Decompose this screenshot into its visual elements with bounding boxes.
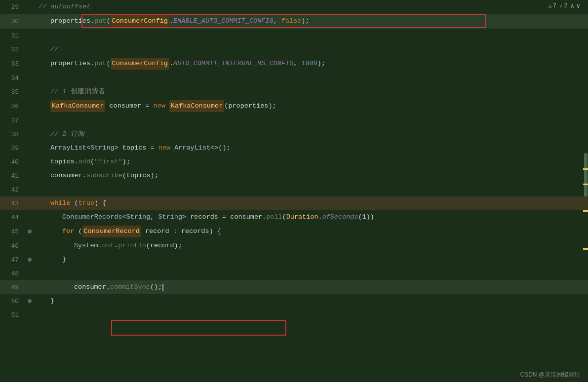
gutter-43: [25, 196, 35, 210]
line-34: 34: [0, 71, 588, 85]
line-49: 49 consumer.commitSync();: [0, 280, 588, 294]
line-number-38: 38: [0, 127, 25, 141]
line-content-33: properties.put(ConsumerConfig.AUTO_COMMI…: [35, 56, 588, 71]
line-50: 50 }: [0, 294, 588, 308]
line-42: 42: [0, 183, 588, 196]
up-arrow[interactable]: ∧: [570, 2, 574, 10]
line-number-51: 51: [0, 308, 25, 322]
gutter-41: [25, 169, 35, 183]
line-44: 44 ConsumerRecords<String, String> recor…: [0, 210, 588, 224]
gutter-38: [25, 127, 35, 141]
line-number-36: 36: [0, 99, 25, 114]
line-number-43: 43: [0, 196, 25, 210]
line-content-47: }: [35, 253, 588, 267]
gutter-34: [25, 71, 35, 85]
line-content-42: [35, 183, 588, 196]
line-36: 36 KafkaConsumer consumer = new KafkaCon…: [0, 99, 588, 114]
line-46: 46 System.out.println(record);: [0, 239, 588, 253]
line-number-41: 41: [0, 169, 25, 183]
line-number-47: 47: [0, 253, 25, 267]
gutter-35: [25, 85, 35, 99]
line-content-34: [35, 71, 588, 85]
line-45: 45 for (ConsumerRecord record : records)…: [0, 224, 588, 239]
line-content-38: // 2 订阅: [35, 127, 588, 141]
gutter-30: [25, 14, 35, 29]
gutter-33: [25, 56, 35, 71]
line-37: 37: [0, 114, 588, 127]
nav-arrows[interactable]: ∧ ∨: [570, 2, 580, 10]
line-number-33: 33: [0, 56, 25, 71]
gutter-44: [25, 210, 35, 224]
breakpoint-47[interactable]: [28, 258, 32, 262]
line-number-37: 37: [0, 114, 25, 127]
gutter-47: [25, 253, 35, 267]
text-cursor: [162, 284, 163, 291]
line-number-29: 29: [0, 0, 25, 14]
check-icon: ✓: [559, 2, 563, 10]
line-number-45: 45: [0, 224, 25, 239]
code-consumerconfig-30: ConsumerConfig: [111, 15, 169, 27]
line-content-31: [35, 29, 588, 42]
gutter-37: [25, 114, 35, 127]
line-content-48: [35, 267, 588, 280]
line-number-49: 49: [0, 280, 25, 294]
gutter-39: [25, 141, 35, 155]
line-number-50: 50: [0, 294, 25, 308]
line-content-41: consumer.subscribe(topics);: [35, 169, 588, 183]
line-29: 29 // autooffset: [0, 0, 588, 14]
line-number-31: 31: [0, 29, 25, 42]
comment-29: // autooffset: [39, 1, 90, 12]
line-content-49: consumer.commitSync();: [35, 280, 588, 294]
line-content-50: }: [35, 294, 588, 308]
check-count: 2: [564, 2, 567, 9]
gutter-31: [25, 29, 35, 42]
line-content-32: //: [35, 42, 588, 56]
line-content-43: while (true) {: [35, 196, 588, 210]
line-31: 31: [0, 29, 588, 42]
line-number-34: 34: [0, 71, 25, 85]
gutter-50: [25, 294, 35, 308]
gutter-42: [25, 183, 35, 196]
line-51: 51: [0, 308, 588, 322]
breakpoint-45[interactable]: [28, 229, 32, 233]
check-badge: ✓ 2: [559, 2, 567, 10]
line-content-44: ConsumerRecords<String, String> records …: [35, 210, 588, 224]
line-38: 38 // 2 订阅: [0, 127, 588, 141]
line-content-29: // autooffset: [35, 0, 588, 14]
gutter-46: [25, 239, 35, 253]
line-number-39: 39: [0, 141, 25, 155]
line-41: 41 consumer.subscribe(topics);: [0, 169, 588, 183]
gutter-40: [25, 155, 35, 169]
warning-icon: ⚠: [548, 2, 551, 10]
line-number-48: 48: [0, 267, 25, 280]
down-arrow[interactable]: ∨: [576, 2, 580, 10]
line-35: 35 // 1 创建消费者: [0, 85, 588, 99]
gutter-48: [25, 267, 35, 280]
top-bar: ⚠ 7 ✓ 2 ∧ ∨: [548, 2, 580, 10]
line-43: 43 while (true) {: [0, 196, 588, 210]
gutter-36: [25, 99, 35, 114]
code-content: 29 // autooffset 30 properties.put(Consu…: [0, 0, 588, 382]
line-30: 30 properties.put(ConsumerConfig.ENABLE_…: [0, 14, 588, 29]
line-content-36: KafkaConsumer consumer = new KafkaConsum…: [35, 99, 588, 114]
line-40: 40 topics.add("first");: [0, 155, 588, 169]
line-33: 33 properties.put(ConsumerConfig.AUTO_CO…: [0, 56, 588, 71]
warning-badge: ⚠ 7: [548, 2, 556, 10]
gutter-29: [25, 0, 35, 14]
line-content-35: // 1 创建消费者: [35, 85, 588, 99]
breakpoint-50[interactable]: [28, 299, 32, 303]
line-content-40: topics.add("first");: [35, 155, 588, 169]
code-constant-30: ENABLE_AUTO_COMMIT_CONFIG: [173, 16, 274, 27]
warning-count: 7: [553, 2, 556, 9]
line-content-46: System.out.println(record);: [35, 239, 588, 253]
line-number-44: 44: [0, 210, 25, 224]
gutter-49: [25, 280, 35, 294]
line-number-30: 30: [0, 14, 25, 29]
watermark: CSDN @灵活的螺丝钉: [520, 371, 580, 379]
line-number-35: 35: [0, 85, 25, 99]
code-properties-30: properties: [50, 16, 90, 27]
line-39: 39 ArrayList<String> topics = new ArrayL…: [0, 141, 588, 155]
line-number-42: 42: [0, 183, 25, 196]
line-number-40: 40: [0, 155, 25, 169]
line-48: 48: [0, 267, 588, 280]
